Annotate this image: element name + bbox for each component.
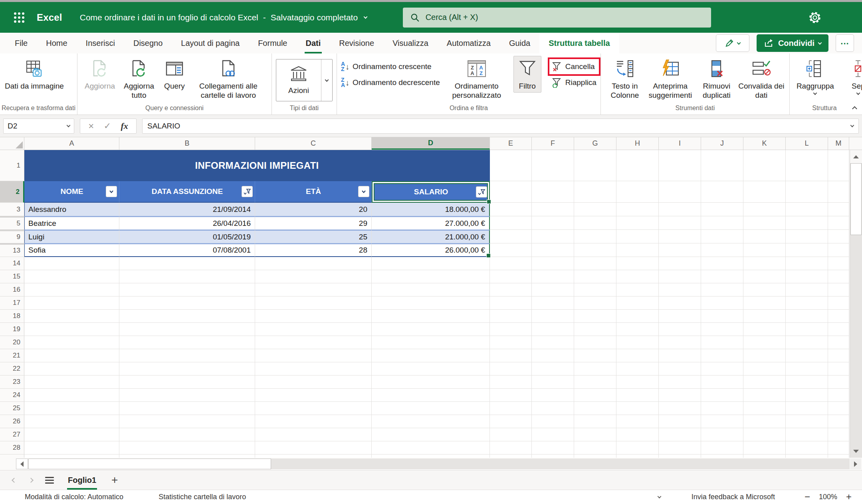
- row-header-14[interactable]: 14: [0, 257, 24, 270]
- cell-K2[interactable]: [743, 181, 786, 203]
- cell-M27[interactable]: [828, 428, 849, 441]
- cell-F15[interactable]: [532, 270, 574, 283]
- cell-F5[interactable]: [532, 216, 574, 230]
- cell-F18[interactable]: [532, 310, 574, 323]
- cell-H1[interactable]: [616, 150, 659, 181]
- scroll-right-button[interactable]: [850, 459, 861, 469]
- cell-I22[interactable]: [659, 362, 701, 376]
- cell-I19[interactable]: [659, 323, 701, 336]
- custom-sort-button[interactable]: Z A A Z Ordinamento personalizzato: [446, 56, 507, 100]
- cell-L1[interactable]: [786, 150, 828, 181]
- expand-formula-bar-icon[interactable]: [850, 123, 854, 127]
- cell-I17[interactable]: [659, 296, 701, 310]
- table-cell-hire_date-row3[interactable]: 21/09/2014: [119, 203, 255, 216]
- cell-H3[interactable]: [616, 203, 659, 216]
- filter-chevron-button[interactable]: [106, 186, 117, 197]
- search-box[interactable]: [403, 8, 711, 28]
- app-launcher-icon[interactable]: [10, 9, 28, 26]
- cell-D19[interactable]: [372, 323, 490, 336]
- cell-L24[interactable]: [786, 389, 828, 402]
- cell-J16[interactable]: [701, 283, 743, 296]
- cell-M3[interactable]: [828, 203, 849, 216]
- cell-A21[interactable]: [24, 349, 119, 362]
- cell-I18[interactable]: [659, 310, 701, 323]
- cell-D18[interactable]: [372, 310, 490, 323]
- row-header-25[interactable]: 25: [0, 402, 24, 415]
- cell-F3[interactable]: [532, 203, 574, 216]
- workbook-links-button[interactable]: Collegamenti alle cartelle di lavoro: [189, 56, 268, 100]
- cell-D26[interactable]: [372, 415, 490, 428]
- cell-E27[interactable]: [490, 428, 532, 441]
- horizontal-scroll-track[interactable]: [271, 459, 850, 469]
- cell-B19[interactable]: [119, 323, 255, 336]
- cell-M2[interactable]: [828, 181, 849, 203]
- cell-M18[interactable]: [828, 310, 849, 323]
- cell-M9[interactable]: [828, 230, 849, 243]
- cell-A14[interactable]: [24, 257, 119, 270]
- cell-I24[interactable]: [659, 389, 701, 402]
- cell-H20[interactable]: [616, 336, 659, 349]
- cell-G27[interactable]: [574, 428, 616, 441]
- cell-B15[interactable]: [119, 270, 255, 283]
- cell-J18[interactable]: [701, 310, 743, 323]
- cell-M26[interactable]: [828, 415, 849, 428]
- cell-G24[interactable]: [574, 389, 616, 402]
- cell-H16[interactable]: [616, 283, 659, 296]
- cell-E17[interactable]: [490, 296, 532, 310]
- cell-L20[interactable]: [786, 336, 828, 349]
- scroll-left-button[interactable]: [16, 459, 28, 469]
- tab-struttura-tabella[interactable]: Struttura tabella: [539, 33, 619, 53]
- cell-B20[interactable]: [119, 336, 255, 349]
- cell-B22[interactable]: [119, 362, 255, 376]
- vertical-scroll-thumb[interactable]: [850, 163, 862, 235]
- filter-funnel-button[interactable]: [476, 186, 487, 198]
- cell-L9[interactable]: [786, 230, 828, 243]
- cell-G14[interactable]: [574, 257, 616, 270]
- cell-A18[interactable]: [24, 310, 119, 323]
- chevron-down-icon[interactable]: [364, 15, 368, 19]
- cell-J2[interactable]: [701, 181, 743, 203]
- cell-J9[interactable]: [701, 230, 743, 243]
- cell-H5[interactable]: [616, 216, 659, 230]
- tab-disegno[interactable]: Disegno: [124, 33, 172, 53]
- row-header-5[interactable]: 5: [0, 216, 24, 230]
- table-cell-age-row13[interactable]: 28: [255, 243, 372, 257]
- cell-H13[interactable]: [616, 243, 659, 257]
- cell-J22[interactable]: [701, 362, 743, 376]
- table-header-cell-età[interactable]: ETÀ: [255, 181, 372, 203]
- cell-K16[interactable]: [743, 283, 786, 296]
- cell-J1[interactable]: [701, 150, 743, 181]
- cell-H23[interactable]: [616, 376, 659, 389]
- cell-K24[interactable]: [743, 389, 786, 402]
- cell-M5[interactable]: [828, 216, 849, 230]
- cell-H22[interactable]: [616, 362, 659, 376]
- cell-H15[interactable]: [616, 270, 659, 283]
- cell-G15[interactable]: [574, 270, 616, 283]
- cell-K20[interactable]: [743, 336, 786, 349]
- cell-D16[interactable]: [372, 283, 490, 296]
- cell-H26[interactable]: [616, 415, 659, 428]
- cell-E25[interactable]: [490, 402, 532, 415]
- cell-J19[interactable]: [701, 323, 743, 336]
- settings-button[interactable]: [806, 9, 824, 26]
- cell-A29[interactable]: [24, 455, 119, 458]
- search-input[interactable]: [426, 13, 704, 22]
- cell-H29[interactable]: [616, 455, 659, 458]
- cell-E13[interactable]: [490, 243, 532, 257]
- cell-I23[interactable]: [659, 376, 701, 389]
- table-header-cell-salario[interactable]: SALARIO: [372, 181, 490, 203]
- cell-K21[interactable]: [743, 349, 786, 362]
- column-header-K[interactable]: K: [743, 137, 786, 150]
- cell-M21[interactable]: [828, 349, 849, 362]
- cell-E18[interactable]: [490, 310, 532, 323]
- row-header-23[interactable]: 23: [0, 376, 24, 389]
- zoom-level[interactable]: 100%: [819, 493, 837, 501]
- cell-A23[interactable]: [24, 376, 119, 389]
- add-sheet-button[interactable]: +: [104, 470, 125, 490]
- cell-B21[interactable]: [119, 349, 255, 362]
- actions-button[interactable]: Azioni: [276, 59, 321, 101]
- column-header-E[interactable]: E: [490, 137, 532, 150]
- cell-D29[interactable]: [372, 455, 490, 458]
- cell-K13[interactable]: [743, 243, 786, 257]
- cell-C25[interactable]: [255, 402, 372, 415]
